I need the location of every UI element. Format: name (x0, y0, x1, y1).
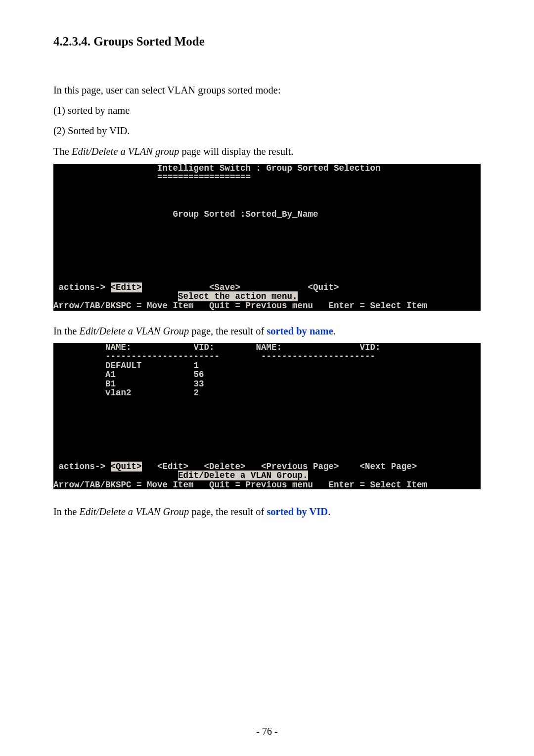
term2-row4: vlan2 2 (53, 388, 481, 398)
term2-row2: A1 56 (53, 370, 481, 379)
r1-keyword: sorted by name (267, 326, 333, 336)
terminal-screenshot-2: NAME: VID: NAME: VID: ------------------… (53, 343, 481, 490)
term1-actions-mid: <Save> <Quit> (142, 283, 339, 292)
result-line-1: In the Edit/Delete a VLAN Group page, th… (53, 326, 481, 337)
term2-status-inv: Edit/Delete a VLAN Group. (178, 471, 308, 480)
terminal-screenshot-1: Intelligent Switch : Group Sorted Select… (53, 164, 481, 311)
page-number: - 76 - (0, 726, 534, 737)
option-2: (2) Sorted by VID. (53, 123, 481, 139)
option-1: (1) sorted by name (53, 102, 481, 119)
term1-group-line: Group Sorted :Sorted_By_Name (53, 210, 481, 219)
term2-actions-rest: <Edit> <Delete> <Previous Page> <Next Pa… (142, 462, 417, 472)
term1-footer: Arrow/TAB/BKSPC = Move Item Quit = Previ… (53, 301, 481, 311)
term1-title: Intelligent Switch : Group Sorted Select… (53, 164, 481, 173)
term2-footer: Arrow/TAB/BKSPC = Move Item Quit = Previ… (53, 480, 481, 490)
section-heading: 4.2.3.4. Groups Sorted Mode (53, 35, 481, 48)
term1-status-pre (53, 291, 178, 301)
r2-italic: Edit/Delete a VLAN Group (79, 506, 189, 517)
term2-divider: ---------------------- -----------------… (53, 352, 481, 361)
page-name-italic: Edit/Delete a VLAN group (72, 146, 179, 157)
term1-edit-highlight: <Edit> (111, 283, 142, 292)
term2-actions-pre: actions-> (53, 462, 111, 472)
term2-header: NAME: VID: NAME: VID: (53, 343, 481, 352)
r1-pre: In the (53, 326, 79, 336)
intro-tail: page will display the result. (179, 146, 293, 157)
intro-line: In this page, user can select VLAN group… (53, 82, 481, 98)
term1-status-inv: Select the action menu. (178, 291, 298, 301)
r2-pre: In the (53, 506, 79, 517)
term2-quit-highlight: <Quit> (111, 462, 142, 472)
r2-keyword: sorted by VID (267, 506, 328, 517)
result-line-2: In the Edit/Delete a VLAN Group page, th… (53, 506, 481, 518)
term2-status-pre (53, 471, 178, 480)
term1-underline: ================== (53, 173, 481, 182)
term2-row1: DEFAULT 1 (53, 361, 481, 371)
r1-mid: page, the result of (189, 326, 267, 336)
r1-italic: Edit/Delete a VLAN Group (79, 326, 189, 336)
term1-actions-pre: actions-> (53, 283, 111, 292)
term2-row3: B1 33 (53, 379, 481, 389)
intro-tail-line: The Edit/Delete a VLAN group page will d… (53, 143, 481, 160)
the-word: The (53, 146, 69, 157)
r2-mid: page, the result of (189, 506, 267, 517)
r1-tail: . (333, 326, 336, 336)
r2-tail: . (328, 506, 330, 517)
